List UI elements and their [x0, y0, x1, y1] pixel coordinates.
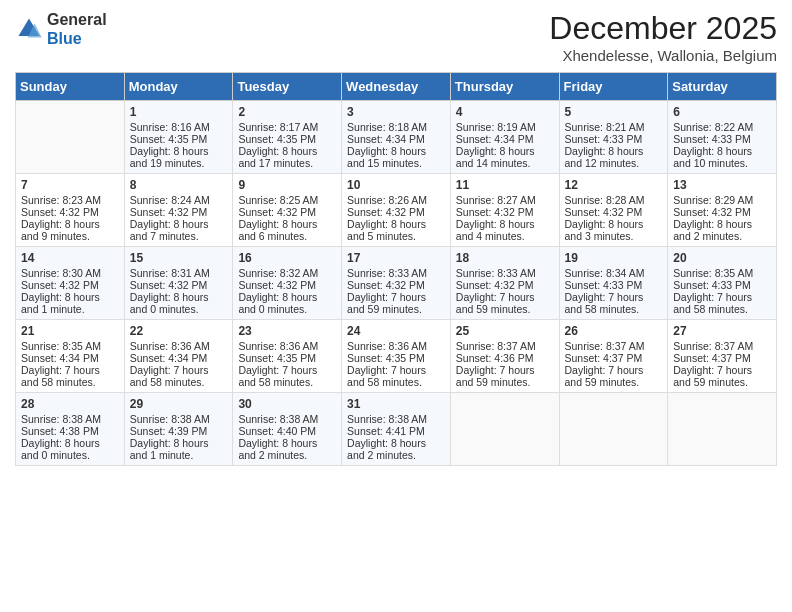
calendar-cell: 18Sunrise: 8:33 AMSunset: 4:32 PMDayligh… [450, 247, 559, 320]
day-number: 8 [130, 178, 228, 192]
cell-line: Daylight: 8 hours [456, 145, 554, 157]
calendar-cell: 28Sunrise: 8:38 AMSunset: 4:38 PMDayligh… [16, 393, 125, 466]
cell-line: Sunrise: 8:35 AM [21, 340, 119, 352]
calendar-cell: 15Sunrise: 8:31 AMSunset: 4:32 PMDayligh… [124, 247, 233, 320]
cell-line: and 10 minutes. [673, 157, 771, 169]
cell-line: Sunrise: 8:36 AM [130, 340, 228, 352]
calendar-cell [559, 393, 668, 466]
cell-line: Sunset: 4:32 PM [347, 279, 445, 291]
cell-line: Sunset: 4:39 PM [130, 425, 228, 437]
main-title: December 2025 [549, 10, 777, 47]
cell-line: and 1 minute. [130, 449, 228, 461]
day-number: 31 [347, 397, 445, 411]
cell-line: and 58 minutes. [565, 303, 663, 315]
calendar-cell: 25Sunrise: 8:37 AMSunset: 4:36 PMDayligh… [450, 320, 559, 393]
cell-line: Daylight: 7 hours [21, 364, 119, 376]
day-number: 5 [565, 105, 663, 119]
day-number: 14 [21, 251, 119, 265]
cell-line: and 19 minutes. [130, 157, 228, 169]
cell-line: and 58 minutes. [238, 376, 336, 388]
cell-line: Sunrise: 8:17 AM [238, 121, 336, 133]
cell-line: Daylight: 8 hours [347, 437, 445, 449]
cell-line: Sunset: 4:37 PM [565, 352, 663, 364]
cell-line: Daylight: 7 hours [565, 291, 663, 303]
cell-line: Sunset: 4:33 PM [565, 133, 663, 145]
cell-line: and 12 minutes. [565, 157, 663, 169]
day-number: 18 [456, 251, 554, 265]
cell-line: Sunrise: 8:30 AM [21, 267, 119, 279]
logo-blue: Blue [47, 30, 82, 47]
day-number: 16 [238, 251, 336, 265]
cell-line: Sunset: 4:32 PM [238, 279, 336, 291]
calendar-cell: 26Sunrise: 8:37 AMSunset: 4:37 PMDayligh… [559, 320, 668, 393]
day-number: 3 [347, 105, 445, 119]
calendar-cell: 31Sunrise: 8:38 AMSunset: 4:41 PMDayligh… [342, 393, 451, 466]
day-number: 30 [238, 397, 336, 411]
cell-line: and 7 minutes. [130, 230, 228, 242]
cell-line: and 2 minutes. [238, 449, 336, 461]
cell-line: and 58 minutes. [130, 376, 228, 388]
day-number: 11 [456, 178, 554, 192]
cell-line: Sunset: 4:33 PM [673, 279, 771, 291]
cell-line: Daylight: 8 hours [565, 145, 663, 157]
cell-line: and 0 minutes. [238, 303, 336, 315]
cell-line: Sunrise: 8:23 AM [21, 194, 119, 206]
cell-line: Sunrise: 8:32 AM [238, 267, 336, 279]
cell-line: Daylight: 7 hours [130, 364, 228, 376]
cell-line: Daylight: 8 hours [673, 218, 771, 230]
day-number: 26 [565, 324, 663, 338]
day-number: 23 [238, 324, 336, 338]
calendar-cell: 9Sunrise: 8:25 AMSunset: 4:32 PMDaylight… [233, 174, 342, 247]
cell-line: and 59 minutes. [347, 303, 445, 315]
cell-line: Sunset: 4:33 PM [565, 279, 663, 291]
cell-line: Daylight: 8 hours [565, 218, 663, 230]
cell-line: and 5 minutes. [347, 230, 445, 242]
cell-line: Daylight: 8 hours [456, 218, 554, 230]
cell-line: and 58 minutes. [347, 376, 445, 388]
day-number: 9 [238, 178, 336, 192]
cell-line: and 59 minutes. [456, 376, 554, 388]
cell-line: and 9 minutes. [21, 230, 119, 242]
cell-line: Sunset: 4:32 PM [130, 279, 228, 291]
cell-line: Sunrise: 8:26 AM [347, 194, 445, 206]
cell-line: Daylight: 7 hours [673, 291, 771, 303]
calendar-cell: 21Sunrise: 8:35 AMSunset: 4:34 PMDayligh… [16, 320, 125, 393]
logo-general: General [47, 11, 107, 28]
cell-line: Sunrise: 8:31 AM [130, 267, 228, 279]
calendar-cell: 29Sunrise: 8:38 AMSunset: 4:39 PMDayligh… [124, 393, 233, 466]
day-number: 22 [130, 324, 228, 338]
cell-line: and 58 minutes. [673, 303, 771, 315]
logo-text: General Blue [47, 10, 107, 48]
cell-line: and 14 minutes. [456, 157, 554, 169]
cell-line: and 4 minutes. [456, 230, 554, 242]
cell-line: Sunset: 4:35 PM [238, 352, 336, 364]
cell-line: Sunset: 4:40 PM [238, 425, 336, 437]
header-wednesday: Wednesday [342, 73, 451, 101]
cell-line: Sunrise: 8:34 AM [565, 267, 663, 279]
cell-line: Sunset: 4:38 PM [21, 425, 119, 437]
cell-line: Sunrise: 8:22 AM [673, 121, 771, 133]
calendar-cell: 20Sunrise: 8:35 AMSunset: 4:33 PMDayligh… [668, 247, 777, 320]
cell-line: and 6 minutes. [238, 230, 336, 242]
page-header: General Blue December 2025 Xhendelesse, … [15, 10, 777, 64]
calendar-cell: 22Sunrise: 8:36 AMSunset: 4:34 PMDayligh… [124, 320, 233, 393]
cell-line: and 58 minutes. [21, 376, 119, 388]
week-row-4: 21Sunrise: 8:35 AMSunset: 4:34 PMDayligh… [16, 320, 777, 393]
cell-line: Sunset: 4:32 PM [238, 206, 336, 218]
title-block: December 2025 Xhendelesse, Wallonia, Bel… [549, 10, 777, 64]
calendar-cell: 16Sunrise: 8:32 AMSunset: 4:32 PMDayligh… [233, 247, 342, 320]
cell-line: Sunrise: 8:38 AM [347, 413, 445, 425]
calendar-cell: 13Sunrise: 8:29 AMSunset: 4:32 PMDayligh… [668, 174, 777, 247]
day-number: 2 [238, 105, 336, 119]
cell-line: Sunrise: 8:38 AM [238, 413, 336, 425]
cell-line: and 59 minutes. [456, 303, 554, 315]
cell-line: Daylight: 8 hours [130, 291, 228, 303]
cell-line: Sunrise: 8:19 AM [456, 121, 554, 133]
cell-line: Sunset: 4:34 PM [130, 352, 228, 364]
cell-line: Daylight: 8 hours [21, 218, 119, 230]
day-number: 7 [21, 178, 119, 192]
cell-line: Daylight: 8 hours [21, 437, 119, 449]
cell-line: Sunset: 4:37 PM [673, 352, 771, 364]
cell-line: Sunrise: 8:37 AM [456, 340, 554, 352]
day-number: 27 [673, 324, 771, 338]
